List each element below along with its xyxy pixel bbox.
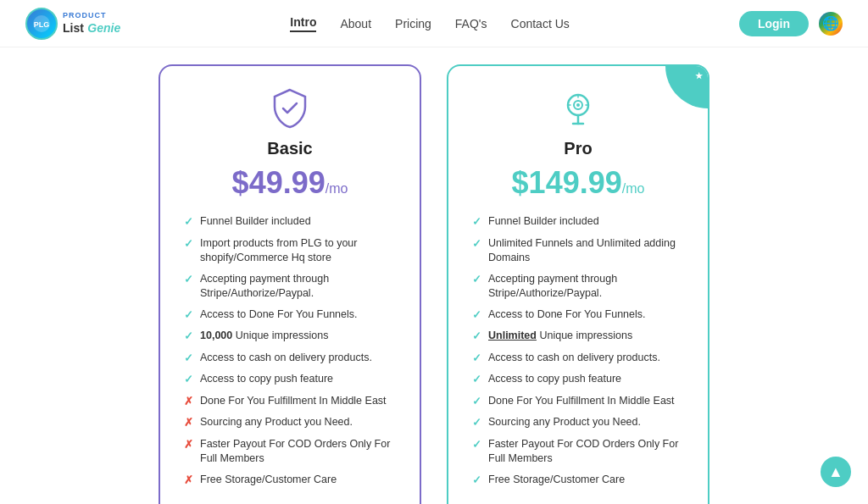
list-item: ✓Done For You Fulfillment In Middle East [472, 394, 684, 410]
list-item: ✓10,000 Unique impressions [184, 329, 396, 345]
check-icon: ✓ [184, 215, 193, 230]
logo-list: List [63, 21, 84, 35]
basic-price-amount: $49.99 [232, 165, 326, 200]
check-icon: ✓ [184, 273, 193, 288]
header: PLG PRODUCT List Genie Intro About Prici… [0, 0, 868, 47]
check-icon: ✓ [472, 395, 481, 410]
logo-product: PRODUCT [63, 12, 120, 20]
nav-contact[interactable]: Contact Us [511, 17, 570, 30]
basic-plan-price: $49.99/mo [184, 165, 396, 201]
check-icon: ✓ [472, 474, 481, 489]
check-icon: ✓ [472, 330, 481, 345]
list-item: ✓Access to Done For You Funnels. [184, 307, 396, 324]
list-item: ✓Access to Done For You Funnels. [472, 307, 684, 324]
basic-price-per: /mo [326, 181, 348, 196]
list-item: ✗Free Storage/Customer Care [184, 473, 396, 489]
nav-about[interactable]: About [340, 17, 371, 30]
check-icon: ✓ [472, 352, 481, 367]
nav-pricing[interactable]: Pricing [395, 17, 431, 30]
list-item: ✓Sourcing any Product you Need. [472, 415, 684, 431]
list-item: ✓Free Storage/Customer Care [472, 473, 684, 489]
list-item: ✗Sourcing any Product you Need. [184, 415, 396, 431]
basic-plan-card: Basic $49.99/mo ✓Funnel Builder included… [159, 64, 421, 504]
pricing-section: Basic $49.99/mo ✓Funnel Builder included… [0, 47, 868, 504]
check-icon: ✓ [184, 330, 193, 345]
login-button[interactable]: Login [739, 11, 809, 36]
list-item: ✗Done For You Fulfillment In Middle East [184, 394, 396, 410]
header-right: Login 🌐 [739, 11, 843, 36]
list-item: ✓Unlimited Unique impressions [472, 329, 684, 345]
list-item: ✓Access to cash on delivery products. [472, 351, 684, 367]
logo: PLG PRODUCT List Genie [25, 8, 120, 40]
check-icon: ✓ [472, 237, 481, 252]
basic-plan-icon [184, 86, 396, 130]
pro-plan-name: Pro [472, 139, 684, 158]
check-icon: ✓ [472, 416, 481, 431]
pro-plan-price: $149.99/mo [472, 165, 684, 201]
nav-faqs[interactable]: FAQ's [455, 17, 487, 30]
list-item: ✓Funnel Builder included [472, 214, 684, 230]
cross-icon: ✗ [184, 416, 193, 431]
cross-icon: ✗ [184, 395, 193, 410]
list-item: ✗Faster Payout For COD Orders Only For F… [184, 437, 396, 467]
basic-plan-name: Basic [184, 139, 396, 158]
pro-plan-icon [472, 86, 684, 130]
logo-icon: PLG [25, 8, 58, 40]
check-icon: ✓ [472, 215, 481, 230]
logo-genie: Genie [87, 21, 120, 35]
list-item: ✓Access to copy push feature [472, 372, 684, 388]
list-item: ✓Access to cash on delivery products. [184, 351, 396, 367]
check-icon: ✓ [184, 352, 193, 367]
list-item: ✓Accepting payment through Stripe/Author… [472, 272, 684, 302]
main-nav: Intro About Pricing FAQ's Contact Us [290, 15, 569, 32]
check-icon: ✓ [184, 237, 193, 252]
list-item: ✓Access to copy push feature [184, 372, 396, 388]
pro-plan-card: ★ Pro $149.99/mo ✓Funnel Builder include… [447, 64, 709, 504]
check-icon: ✓ [184, 373, 193, 388]
svg-text:PLG: PLG [34, 20, 50, 29]
list-item: ✓Accepting payment through Stripe/Author… [184, 272, 396, 302]
pro-price-amount: $149.99 [512, 165, 622, 200]
logo-text: PRODUCT List Genie [63, 12, 120, 35]
list-item: ✓Import products from PLG to your shopif… [184, 236, 396, 266]
svg-point-6 [576, 103, 580, 107]
basic-features-list: ✓Funnel Builder included ✓Import product… [184, 214, 396, 494]
cross-icon: ✗ [184, 438, 193, 453]
check-icon: ✓ [472, 273, 481, 288]
check-icon: ✓ [472, 308, 481, 324]
list-item: ✓Unlimited Funnels and Unlimited adding … [472, 236, 684, 266]
pro-price-per: /mo [622, 181, 645, 196]
nav-intro[interactable]: Intro [290, 15, 316, 32]
check-icon: ✓ [472, 373, 481, 388]
scroll-to-top-button[interactable]: ▲ [821, 457, 851, 487]
pro-features-list: ✓Funnel Builder included ✓Unlimited Funn… [472, 214, 684, 494]
list-item: ✓Funnel Builder included [184, 214, 396, 230]
check-icon: ✓ [184, 308, 193, 324]
check-icon: ✓ [472, 438, 481, 453]
badge-icon: ★ [695, 71, 703, 80]
language-icon[interactable]: 🌐 [819, 12, 843, 36]
list-item: ✓Faster Payout For COD Orders Only For F… [472, 437, 684, 467]
cross-icon: ✗ [184, 474, 193, 489]
